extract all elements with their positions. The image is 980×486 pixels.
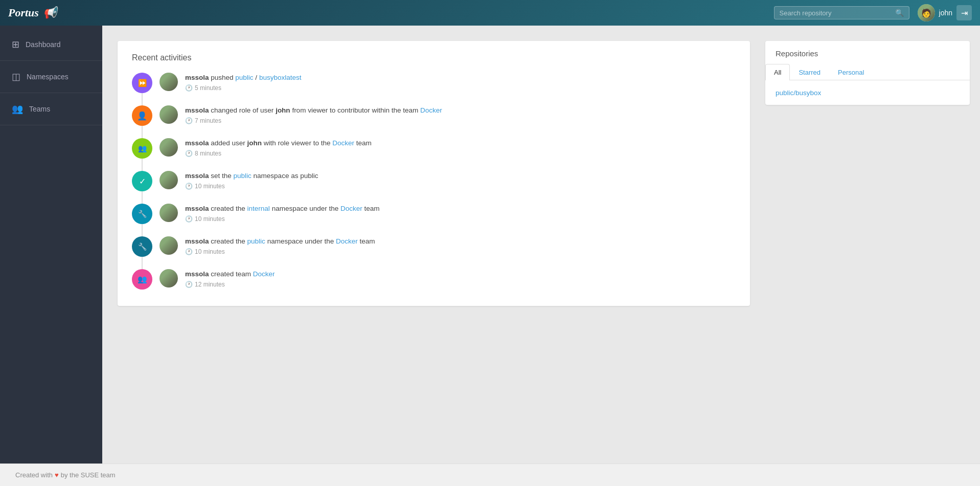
repositories-title: Repositories bbox=[765, 41, 970, 58]
activity-time-3: 🕐 8 minutes bbox=[185, 150, 736, 157]
activity-content-2: mssola changed role of user john from vi… bbox=[185, 105, 736, 124]
activity-icon-6: 🔧 bbox=[132, 236, 152, 257]
activity-time-4: 🕐 10 minutes bbox=[185, 183, 736, 190]
avatar: 🧑 bbox=[918, 4, 935, 21]
sidebar-divider-2 bbox=[0, 93, 102, 93]
activity-link[interactable]: Docker bbox=[336, 237, 358, 245]
activity-avatar-7 bbox=[159, 269, 178, 288]
teams-icon: 👥 bbox=[12, 103, 23, 115]
header: Portus 📢 🔍 🧑 john ⇥ bbox=[0, 0, 980, 26]
footer: Created with ♥ by the SUSE team bbox=[0, 463, 980, 486]
search-container: 🔍 bbox=[774, 6, 909, 19]
search-icon: 🔍 bbox=[895, 9, 904, 17]
activity-content-5: mssola created the internal namespace un… bbox=[185, 204, 736, 223]
clock-icon: 🕐 bbox=[185, 117, 193, 124]
activity-content-4: mssola set the public namespace as publi… bbox=[185, 171, 736, 190]
activity-text-6: mssola created the public namespace unde… bbox=[185, 236, 736, 247]
activity-time-5: 🕐 10 minutes bbox=[185, 215, 736, 223]
activity-avatar-4 bbox=[159, 171, 178, 189]
activity-link[interactable]: Docker bbox=[420, 106, 442, 114]
logo: Portus 📢 bbox=[8, 6, 57, 19]
activity-avatar-1 bbox=[159, 73, 178, 91]
activity-link[interactable]: Docker bbox=[340, 205, 362, 212]
activity-time-2: 🕐 7 minutes bbox=[185, 117, 736, 124]
activity-time-1: 🕐 5 minutes bbox=[185, 84, 736, 92]
user-menu: 🧑 john ⇥ bbox=[918, 4, 972, 21]
activity-link[interactable]: internal bbox=[247, 205, 270, 212]
right-panel: Repositories All Starred Personal public… bbox=[765, 26, 980, 463]
sidebar-item-teams[interactable]: 👥 Teams bbox=[0, 95, 102, 123]
layout: ⊞ Dashboard ◫ Namespaces 👥 Teams Recent … bbox=[0, 26, 980, 463]
activity-content-7: mssola created team Docker 🕐 12 minutes bbox=[185, 269, 736, 288]
logout-button[interactable]: ⇥ bbox=[956, 5, 972, 20]
clock-icon: 🕐 bbox=[185, 183, 193, 190]
activity-content-1: mssola pushed public / busyboxlatest 🕐 5… bbox=[185, 73, 736, 92]
sidebar: ⊞ Dashboard ◫ Namespaces 👥 Teams bbox=[0, 26, 102, 463]
tab-personal[interactable]: Personal bbox=[829, 64, 873, 80]
activity-text-7: mssola created team Docker bbox=[185, 269, 736, 279]
activity-avatar-2 bbox=[159, 105, 178, 124]
sidebar-divider bbox=[0, 60, 102, 61]
tab-starred[interactable]: Starred bbox=[790, 64, 829, 80]
activity-avatar-6 bbox=[159, 236, 178, 255]
repos-content: public/busybox bbox=[765, 80, 970, 105]
sidebar-item-dashboard[interactable]: ⊞ Dashboard bbox=[0, 31, 102, 58]
activity-text-2: mssola changed role of user john from vi… bbox=[185, 105, 736, 116]
username: john bbox=[939, 9, 952, 17]
activity-text-5: mssola created the internal namespace un… bbox=[185, 204, 736, 214]
sidebar-item-namespaces[interactable]: ◫ Namespaces bbox=[0, 63, 102, 91]
activity-time-7: 🕐 12 minutes bbox=[185, 281, 736, 288]
megaphone-icon: 📢 bbox=[43, 6, 57, 19]
timeline: ⏩ mssola pushed public / busyboxlatest 🕐… bbox=[132, 73, 736, 290]
activity-link[interactable]: public bbox=[234, 172, 252, 180]
activity-icon-1: ⏩ bbox=[132, 73, 152, 93]
footer-prefix: Created with bbox=[15, 471, 53, 479]
activity-icon-2: 👤 bbox=[132, 105, 152, 126]
heart-icon: ♥ bbox=[55, 471, 59, 479]
activity-avatar-5 bbox=[159, 204, 178, 222]
activity-icon-5: 🔧 bbox=[132, 204, 152, 224]
repos-tabs: All Starred Personal bbox=[765, 64, 970, 80]
logo-text: Portus bbox=[8, 6, 39, 19]
activity-text-1: mssola pushed public / busyboxlatest bbox=[185, 73, 736, 83]
sidebar-item-label: Namespaces bbox=[27, 73, 69, 81]
activity-text-3: mssola added user john with role viewer … bbox=[185, 138, 736, 148]
namespaces-icon: ◫ bbox=[12, 71, 20, 82]
activity-content-3: mssola added user john with role viewer … bbox=[185, 138, 736, 157]
activity-content-6: mssola created the public namespace unde… bbox=[185, 236, 736, 255]
activity-time-6: 🕐 10 minutes bbox=[185, 248, 736, 255]
activity-text-4: mssola set the public namespace as publi… bbox=[185, 171, 736, 181]
clock-icon: 🕐 bbox=[185, 248, 193, 255]
activity-link[interactable]: Docker bbox=[332, 139, 354, 147]
activities-title: Recent activities bbox=[132, 53, 736, 62]
activity-link[interactable]: busybox bbox=[259, 74, 285, 81]
activity-link[interactable]: Docker bbox=[253, 270, 275, 278]
sidebar-item-label: Teams bbox=[29, 105, 50, 113]
repo-item[interactable]: public/busybox bbox=[776, 89, 821, 97]
sidebar-item-label: Dashboard bbox=[26, 40, 61, 49]
activity-link[interactable]: public bbox=[235, 74, 253, 81]
footer-suffix: by the SUSE team bbox=[61, 471, 116, 479]
clock-icon: 🕐 bbox=[185, 281, 193, 288]
clock-icon: 🕐 bbox=[185, 215, 193, 223]
activity-icon-3: 👥 bbox=[132, 138, 152, 159]
activity-icon-4: ✓ bbox=[132, 171, 152, 191]
tab-all[interactable]: All bbox=[765, 64, 790, 80]
activity-icon-7: 👥 bbox=[132, 269, 152, 290]
clock-icon: 🕐 bbox=[185, 150, 193, 157]
repositories-card: Repositories All Starred Personal public… bbox=[765, 41, 970, 105]
activity-link[interactable]: public bbox=[247, 237, 265, 245]
clock-icon: 🕐 bbox=[185, 84, 193, 92]
activity-avatar-3 bbox=[159, 138, 178, 157]
main-content: Recent activities ⏩ mssola pushed public… bbox=[102, 26, 765, 463]
dashboard-icon: ⊞ bbox=[12, 39, 19, 50]
activities-card: Recent activities ⏩ mssola pushed public… bbox=[118, 41, 750, 306]
search-input[interactable] bbox=[780, 9, 892, 17]
avatar-image: 🧑 bbox=[918, 4, 935, 21]
sidebar-divider-3 bbox=[0, 125, 102, 125]
activity-link[interactable]: latest bbox=[285, 74, 301, 81]
